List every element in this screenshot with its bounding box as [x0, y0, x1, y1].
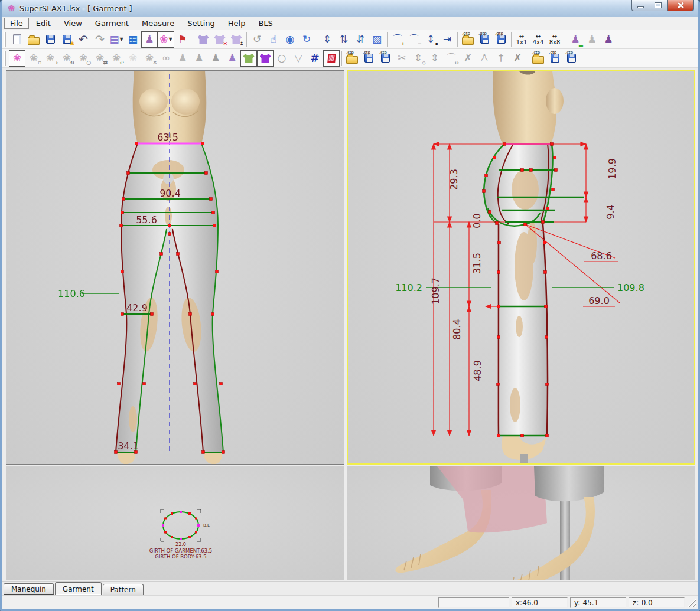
- ctp-open-tag: .ctp: [532, 51, 540, 55]
- pattern-measure-button[interactable]: ⇕: [426, 50, 443, 67]
- new-file-button[interactable]: [9, 31, 25, 48]
- neckline-ellipse-button[interactable]: ○: [274, 50, 290, 67]
- grid-8x8-button[interactable]: ↔8x8: [546, 31, 563, 48]
- mannequin-dialog-button[interactable]: ♟: [141, 31, 158, 48]
- rotate-view-button[interactable]: ↺: [249, 31, 265, 48]
- torso-front-button[interactable]: ♟: [174, 50, 191, 67]
- garment-show-button[interactable]: [195, 31, 211, 48]
- point-move-xy-button[interactable]: ↕x: [422, 31, 439, 48]
- redo-button[interactable]: ↷: [92, 31, 108, 48]
- measure-width-button[interactable]: ⇵: [352, 31, 369, 48]
- undo-button[interactable]: ↶: [75, 31, 92, 48]
- tab-garment[interactable]: Garment: [55, 582, 102, 595]
- rotate-3d-button[interactable]: ↻: [298, 31, 315, 48]
- save-import-button[interactable]: ✱: [58, 31, 75, 48]
- stp-save-as-button[interactable]: .stp: [377, 50, 393, 67]
- tab-pattern[interactable]: Pattern: [103, 584, 144, 595]
- pattern-measure-v-button[interactable]: ⇕◇: [410, 50, 426, 67]
- neckline-ellipse-icon: ○: [278, 53, 286, 63]
- viewport-girth[interactable]: B.E 22.0 GIRTH OF GARMENT:63.5 GIRTH OF …: [6, 466, 344, 580]
- grid-4x4-button[interactable]: ↔4x4: [530, 31, 546, 48]
- viewport-side[interactable]: 109.7 29.3 80.4 0.0 31.5 48.9 19.9 9.4 1…: [347, 70, 695, 465]
- torso-texture-button[interactable]: ♟: [207, 50, 224, 67]
- body-measure-button[interactable]: ♟▂: [567, 31, 584, 48]
- flower-move-button[interactable]: ❀→: [42, 50, 58, 67]
- point-align-button[interactable]: ⇥: [439, 31, 455, 48]
- gtp-open-button[interactable]: .gtp: [460, 31, 476, 48]
- notebook-view-button[interactable]: ▤▼: [108, 31, 125, 48]
- torso-back-button[interactable]: ♟: [191, 50, 207, 67]
- pattern-piece-button[interactable]: [323, 50, 340, 67]
- flower-dialog-button[interactable]: ❀▼: [158, 31, 174, 48]
- flower-back-button[interactable]: ❀↩: [108, 50, 125, 67]
- pan-view-button[interactable]: ☝: [265, 31, 282, 48]
- restore-button[interactable]: [649, 0, 667, 11]
- flower-dialog-dropdown-icon[interactable]: ▼: [169, 37, 172, 42]
- open-file-button[interactable]: [25, 31, 42, 48]
- curve-point-del-button[interactable]: ⌒−: [406, 31, 422, 48]
- gtp-save-button[interactable]: .gtp: [476, 31, 493, 48]
- guide-grid-button[interactable]: #: [307, 50, 323, 67]
- body-plain-button[interactable]: ♟: [584, 31, 600, 48]
- body-arms-button[interactable]: ♙: [476, 50, 493, 67]
- resize-grip[interactable]: [687, 598, 696, 607]
- menu-measure[interactable]: Measure: [136, 18, 180, 29]
- ruler-button[interactable]: ▨: [369, 31, 385, 48]
- stp-save-button[interactable]: .stp: [360, 50, 377, 67]
- body-garment-button[interactable]: ♟: [600, 31, 617, 48]
- save-file-button[interactable]: [42, 31, 58, 48]
- garment-designed-button[interactable]: [257, 50, 274, 67]
- ctp-save-as-button[interactable]: .ctp: [563, 50, 579, 67]
- flag-button[interactable]: ⚑: [174, 31, 191, 48]
- bra-tool-button[interactable]: ∞: [158, 50, 174, 67]
- flower-select-button[interactable]: ❀▫: [25, 50, 42, 67]
- notebook-view-dropdown-icon[interactable]: ▼: [119, 37, 123, 42]
- flower-rotate-button[interactable]: ❀↻: [58, 50, 75, 67]
- menu-setting[interactable]: Setting: [181, 18, 221, 29]
- measure-arc-button[interactable]: ⌒↔: [443, 50, 460, 67]
- rotate-3d-icon: ↻: [302, 34, 311, 44]
- flower-flip-button[interactable]: ❀⇄: [92, 50, 108, 67]
- grid-8x8-icon: ↔8x8: [549, 34, 561, 45]
- title-bar[interactable]: ❀ SuperSLAX1.lsx - [ Garment ]: [2, 0, 698, 17]
- viewport-front[interactable]: 63.5 90.4 55.6 110.6 42.9 34.1: [6, 70, 344, 465]
- curve-point-add-button[interactable]: ⌒+: [389, 31, 406, 48]
- minimize-button[interactable]: [631, 0, 649, 11]
- grid-1x1-button[interactable]: ↔1x1: [513, 31, 530, 48]
- toolbar-grip[interactable]: [4, 51, 6, 66]
- gtp-save-as-button[interactable]: .gtp: [493, 31, 509, 48]
- garment-delete-button[interactable]: ✕: [211, 31, 228, 48]
- neckline-v-button[interactable]: ▽: [290, 50, 307, 67]
- pattern-cut-button[interactable]: ✂: [393, 50, 410, 67]
- mannequin-stand-button[interactable]: ♟: [224, 50, 240, 67]
- toolbar-grip[interactable]: [4, 32, 6, 47]
- measure-list-button[interactable]: ⇅: [336, 31, 352, 48]
- flower-ghost-button[interactable]: ❀: [125, 50, 141, 67]
- body-delete-2-button[interactable]: ✗: [509, 50, 526, 67]
- zoom-window-button[interactable]: ◉: [282, 31, 298, 48]
- menu-garment[interactable]: Garment: [89, 18, 135, 29]
- menu-file[interactable]: File: [4, 18, 29, 29]
- body-delete-1-button[interactable]: ✗: [460, 50, 476, 67]
- tab-manequin[interactable]: Manequin: [4, 583, 54, 595]
- garment-measure-button[interactable]: ↕: [228, 31, 245, 48]
- flower-tool-button[interactable]: ❀: [9, 50, 25, 67]
- ctp-save-button[interactable]: .ctp: [546, 50, 563, 67]
- menu-help[interactable]: Help: [222, 18, 252, 29]
- menu-edit[interactable]: Edit: [30, 18, 57, 29]
- ctp-save-as-tag: .ctp: [565, 51, 573, 55]
- viewport-layout-button[interactable]: ▦: [125, 31, 141, 48]
- pattern-measure-icon: ⇕: [431, 53, 439, 63]
- flower-delete-button[interactable]: ❀✕: [141, 50, 158, 67]
- body-cross-button[interactable]: †: [493, 50, 509, 67]
- ctp-open-button[interactable]: .ctp: [530, 50, 546, 67]
- stp-open-button[interactable]: .stp: [344, 50, 360, 67]
- menu-view[interactable]: View: [58, 18, 88, 29]
- toolbar-separator: [528, 51, 528, 66]
- measure-height-button[interactable]: ⇕: [319, 31, 336, 48]
- flower-zoom-button[interactable]: ❀○: [75, 50, 92, 67]
- menu-bls[interactable]: BLS: [252, 18, 278, 29]
- garment-basic-button[interactable]: [240, 50, 257, 67]
- close-button[interactable]: [667, 0, 694, 11]
- viewport-feet[interactable]: [347, 466, 695, 580]
